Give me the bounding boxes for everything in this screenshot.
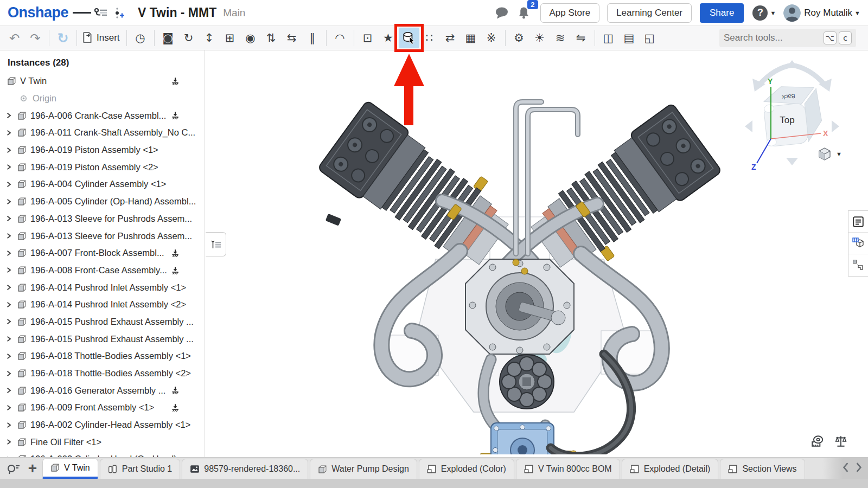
mate-planar-button[interactable]: ⊞ — [220, 28, 240, 48]
expand-chevron-icon[interactable] — [5, 284, 17, 291]
expand-chevron-icon[interactable] — [5, 336, 17, 342]
expand-chevron-icon[interactable] — [5, 215, 17, 222]
tab-exploded-color[interactable]: Exploded (Color) — [419, 459, 514, 479]
search-tools-box[interactable]: ⌥ c — [719, 29, 856, 47]
user-name[interactable]: Roy Mutalik — [804, 8, 852, 18]
tree-row[interactable]: 196-A-013 Sleeve for Pushrods Assem... — [0, 227, 205, 245]
expand-chevron-icon[interactable] — [5, 164, 17, 170]
chat-icon[interactable] — [493, 4, 512, 22]
tree-row[interactable]: Fine Oil Filter <1> — [0, 433, 205, 451]
configurations-panel-button[interactable] — [848, 254, 868, 276]
tabs-scroll-right-icon[interactable] — [855, 462, 863, 474]
tab-v-twin[interactable]: V Twin — [42, 458, 98, 479]
measure-icon[interactable] — [810, 435, 825, 450]
tree-row[interactable]: 196-A-019 Piston Assembly <2> — [0, 158, 205, 176]
bom-button[interactable]: ▤ — [619, 28, 640, 48]
tree-row[interactable]: 196-A-015 Pushrod Exhaust Assembly ... — [0, 330, 205, 348]
named-positions-button[interactable]: ◷ — [130, 28, 151, 48]
help-caret-icon[interactable]: ▼ — [770, 10, 776, 16]
insert-button[interactable]: Insert — [80, 28, 123, 48]
tree-row[interactable]: 196-A-016 Generator Assembly ... — [0, 382, 205, 399]
section-view-button[interactable]: ◫ — [598, 28, 619, 48]
circular-pattern-button[interactable]: ※ — [481, 28, 502, 48]
box-select-button[interactable]: ⊡ — [358, 28, 378, 48]
mate-slider-button[interactable]: ↕ — [199, 28, 220, 48]
view-cube-top-label[interactable]: Top — [780, 115, 794, 125]
expand-chevron-icon[interactable] — [5, 147, 17, 153]
tree-row[interactable]: 196-A-009 Front Assembly <1> — [0, 399, 205, 416]
tree-row[interactable]: 196-A-018 Thottle-Bodies Assembly <1> — [0, 348, 205, 365]
gear-button[interactable]: ⚙ — [509, 28, 529, 48]
expand-chevron-icon[interactable] — [5, 422, 17, 428]
search-tools-input[interactable] — [724, 33, 821, 43]
undo-button[interactable]: ↶ — [4, 28, 25, 48]
3d-viewport[interactable]: Back Top Y X Z ▼ — [205, 50, 868, 457]
expand-chevron-icon[interactable] — [5, 112, 17, 119]
tab-exploded-detail[interactable]: Exploded (Detail) — [622, 459, 719, 479]
expand-chevron-icon[interactable] — [5, 387, 17, 394]
tree-row[interactable]: V Twin — [0, 73, 205, 90]
expand-chevron-icon[interactable] — [5, 353, 17, 359]
mate-revolute-button[interactable]: ↻ — [178, 28, 199, 48]
tree-row[interactable]: 196-A-019 Piston Assembly <1> — [0, 142, 205, 159]
bom-table-panel-button[interactable] — [848, 233, 868, 254]
main-menu-icon[interactable] — [73, 4, 91, 22]
expand-chevron-icon[interactable] — [5, 181, 17, 188]
tab-water-pump-design[interactable]: Water Pump Design — [310, 459, 417, 479]
versions-icon[interactable] — [91, 4, 110, 22]
workspace-name[interactable]: Main — [223, 7, 245, 19]
branch-create-icon[interactable] — [110, 4, 128, 22]
tree-row[interactable]: 196-A-005 Cylinder (Op-Hand) Assembl... — [0, 193, 205, 210]
belt-button[interactable]: ⇋ — [571, 28, 591, 48]
tree-row[interactable]: 196-A-002 Cylinder-Head Assembly <1> — [0, 416, 205, 434]
onshape-logo[interactable]: Onshape — [8, 4, 68, 21]
mate-ball-button[interactable]: ◉ — [240, 28, 261, 48]
manage-tabs-search-icon[interactable] — [3, 458, 23, 479]
expand-chevron-icon[interactable] — [5, 370, 17, 377]
update-in-context-button[interactable]: ⇄ — [440, 28, 461, 48]
expand-chevron-icon[interactable] — [5, 301, 17, 308]
tree-row[interactable]: 196-A-004 Cylinder Assembly <1> — [0, 176, 205, 193]
expand-chevron-icon[interactable] — [5, 318, 17, 325]
feature-list-flyout-toggle[interactable] — [206, 232, 226, 256]
create-tab-button[interactable]: + — [23, 458, 42, 479]
instances-list-panel-button[interactable] — [848, 211, 868, 233]
tree-row[interactable]: 196-A-003 Cylinder-Head (Op-Hand) ... — [0, 451, 205, 457]
expand-chevron-icon[interactable] — [5, 404, 17, 411]
tree-row-origin[interactable]: Origin — [0, 90, 205, 107]
expand-chevron-icon[interactable] — [5, 250, 17, 256]
replicate-button[interactable]: ∷ — [419, 28, 440, 48]
redo-button[interactable]: ↷ — [25, 28, 46, 48]
tree-row[interactable]: 196-A-008 Front-Case Assembly... — [0, 262, 205, 279]
sprocket-button[interactable]: ☀ — [529, 28, 550, 48]
mate-tangent-button[interactable]: ◠ — [330, 28, 350, 48]
tree-row[interactable]: 196-A-013 Sleeve for Pushrods Assem... — [0, 210, 205, 228]
expand-chevron-icon[interactable] — [5, 439, 17, 445]
app-store-button[interactable]: App Store — [540, 3, 600, 23]
tabs-scroll-left-icon[interactable] — [842, 462, 850, 474]
tree-row[interactable]: 196-A-015 Pushrod Exhaust Assembly ... — [0, 313, 205, 331]
tree-row[interactable]: 196-A-006 Crank-Case Assembl... — [0, 107, 205, 124]
expand-chevron-icon[interactable] — [5, 267, 17, 273]
share-button[interactable]: Share — [700, 3, 744, 23]
mate-cylindrical-button[interactable]: ⇅ — [261, 28, 282, 48]
insert-mate-connector-button[interactable] — [399, 28, 419, 48]
expand-chevron-icon[interactable] — [5, 233, 17, 239]
tab-98579-rendered-18360[interactable]: 98579-rendered-18360... — [182, 459, 308, 479]
tab-v-twin-800cc-bom[interactable]: V Twin 800cc BOM — [516, 459, 620, 479]
expand-chevron-icon[interactable] — [5, 198, 17, 205]
tree-row[interactable]: 196-A-007 Front-Block Assembl... — [0, 245, 205, 262]
tree-row[interactable]: 196-A-014 Pushrod Inlet Assembly <1> — [0, 279, 205, 296]
spring-button[interactable]: ≋ — [550, 28, 571, 48]
tab-section-views[interactable]: Section Views — [720, 459, 805, 479]
mass-properties-icon[interactable] — [834, 435, 847, 450]
mate-pin-slot-button[interactable]: ⇆ — [282, 28, 302, 48]
mate-connector-button[interactable]: ★ — [378, 28, 399, 48]
exploded-view-button[interactable]: ◱ — [640, 28, 660, 48]
expand-chevron-icon[interactable] — [5, 130, 17, 136]
rollback-sync-button[interactable]: ↻ — [53, 28, 73, 48]
view-mode-menu[interactable]: ▼ — [818, 147, 842, 161]
learning-center-button[interactable]: Learning Center — [607, 3, 692, 23]
engine-3d-model[interactable] — [300, 80, 739, 454]
mate-parallel-button[interactable]: ∥ — [302, 28, 323, 48]
